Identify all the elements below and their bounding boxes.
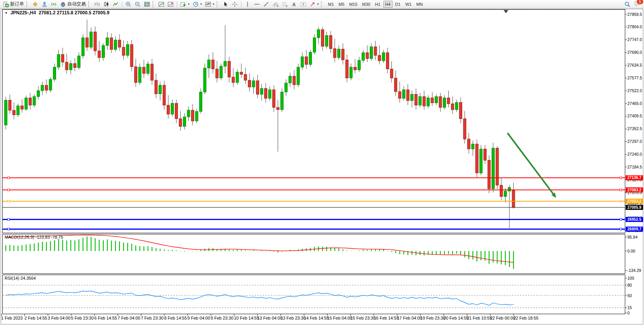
candlestick-chart-icon (103, 1, 109, 7)
dropdown-caret-icon[interactable]: ▾ (213, 2, 214, 6)
toolbar: 新订单 自动交易 (0, 0, 644, 9)
zoom-out-icon (135, 1, 141, 7)
bar-chart-button[interactable] (92, 0, 102, 8)
add-indicator-button[interactable]: ▾ (179, 0, 191, 8)
auto-trading-icon (60, 1, 66, 7)
dropdown-caret-icon[interactable]: ▾ (200, 2, 202, 6)
toolbar-separator (241, 1, 241, 7)
timeframe-button-W1[interactable]: W1 (403, 1, 414, 8)
timeframe-button-H1[interactable]: H1 (373, 1, 382, 8)
cursor-arrow-icon (222, 1, 229, 7)
arrows-button[interactable]: ▾ (308, 0, 320, 8)
channel-icon: E (272, 1, 278, 7)
trendline-icon (263, 1, 269, 7)
line-chart-button[interactable] (111, 0, 120, 8)
fibonacci-button[interactable]: F (280, 0, 289, 8)
svg-text:A: A (292, 2, 296, 7)
timeframe-button-M15[interactable]: M15 (347, 1, 359, 8)
indicator-window-up-icon (158, 1, 164, 7)
toolbar-separator (122, 1, 122, 7)
svg-text:E: E (277, 5, 278, 7)
text-button[interactable]: A (289, 0, 299, 8)
toolbar-separator (177, 1, 177, 7)
timeframe-button-M30[interactable]: M30 (360, 1, 372, 8)
main-chart-pane[interactable] (3, 9, 625, 233)
text-label-icon: T (300, 1, 306, 7)
dropdown-caret-icon[interactable]: ▾ (317, 2, 319, 6)
text-a-icon: A (291, 1, 297, 7)
svg-text:T: T (302, 2, 304, 6)
new-order-button[interactable]: 新订单 (1, 0, 26, 8)
indicator-window-button[interactable] (157, 0, 166, 8)
timeframe-button-M1[interactable]: M1 (326, 1, 336, 8)
tile-windows-icon (144, 1, 150, 7)
vertical-line-icon (244, 1, 251, 7)
trading-terminal-window: 新订单 自动交易 (0, 0, 644, 325)
search-button[interactable] (623, 0, 632, 8)
navigator-button[interactable] (40, 0, 49, 8)
crosshair-icon (232, 1, 238, 7)
timeframe-button-H4[interactable]: H4 (383, 1, 393, 8)
add-indicator-icon (180, 1, 186, 7)
indicator-window-2-button[interactable] (166, 0, 175, 8)
rsi-pane[interactable] (3, 275, 625, 314)
signal-button[interactable] (49, 0, 58, 8)
toolbar-right: 1 (623, 0, 643, 8)
time-axis[interactable] (3, 314, 625, 324)
candlestick-chart-button[interactable] (102, 0, 111, 8)
market-watch-diamond-icon (32, 1, 38, 7)
toolbar-grip (26, 1, 29, 7)
vertical-line-button[interactable] (243, 0, 252, 8)
notification-badge: 1 (636, 0, 644, 5)
clock-icon (193, 1, 199, 7)
market-watch-button[interactable] (31, 0, 40, 8)
timeframe-button-D1[interactable]: D1 (393, 1, 403, 8)
cursor-button[interactable] (221, 0, 230, 8)
dropdown-caret-icon[interactable]: ▾ (188, 2, 190, 6)
toolbar-grip (88, 1, 91, 7)
signal-icon (51, 1, 57, 7)
search-icon (624, 1, 630, 7)
navigator-person-icon (41, 1, 48, 7)
toolbar-grip (152, 1, 155, 7)
horizontal-line-button[interactable] (252, 0, 261, 8)
horizontal-line-icon (254, 1, 260, 7)
bar-chart-icon (94, 1, 100, 7)
trendline-button[interactable] (261, 0, 271, 8)
zoom-in-button[interactable] (124, 0, 133, 8)
zoom-in-icon (125, 1, 132, 7)
arrows-icon (309, 1, 316, 7)
timeframe-button-M5[interactable]: M5 (337, 1, 346, 8)
price-axis[interactable] (625, 9, 644, 314)
toolbar-grip (217, 1, 219, 7)
notifications-button[interactable]: 1 (634, 0, 641, 8)
timeframe-button-MN[interactable]: MN (414, 1, 425, 8)
crosshair-button[interactable] (230, 0, 239, 8)
new-order-label: 新订单 (10, 1, 24, 7)
line-chart-icon (113, 1, 119, 7)
templates-button[interactable]: ▾ (203, 0, 216, 8)
tile-windows-button[interactable] (142, 0, 152, 8)
toolbar-grip (321, 1, 324, 7)
macd-pane[interactable] (3, 234, 625, 274)
svg-text:F: F (286, 5, 288, 7)
zoom-out-button[interactable] (133, 0, 142, 8)
equidistant-channel-button[interactable]: E (271, 0, 280, 8)
auto-trading-label: 自动交易 (67, 1, 86, 7)
fibonacci-icon: F (282, 1, 288, 7)
timeframe-group: M1M5M15M30H1H4D1W1MN (326, 1, 425, 8)
text-label-button[interactable]: T (299, 0, 308, 8)
auto-trading-button[interactable]: 自动交易 (58, 0, 87, 8)
periods-button[interactable]: ▾ (191, 0, 203, 8)
template-icon (205, 1, 211, 7)
indicator-window-dot-icon (167, 1, 174, 7)
new-order-icon (3, 1, 9, 7)
